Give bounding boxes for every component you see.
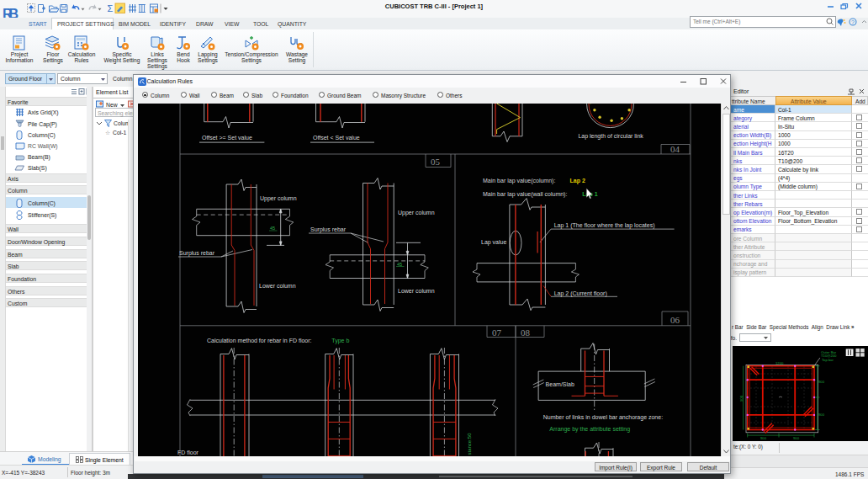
svg-text:T10@200: T10@200: [821, 354, 837, 358]
svg-text:45: 45: [270, 226, 275, 231]
svg-text:05: 05: [431, 157, 441, 167]
svg-text:stance:50: stance:50: [467, 433, 472, 455]
svg-text:900: 900: [818, 412, 825, 417]
svg-text:Lower column: Lower column: [398, 288, 435, 294]
svg-text:Lap 2: Lap 2: [570, 178, 585, 184]
svg-text:08: 08: [521, 327, 531, 338]
svg-text:Lap 2 (Current floor): Lap 2 (Current floor): [554, 290, 607, 297]
svg-text:Main bar lap value(wall column: Main bar lap value(wall column):: [483, 191, 567, 198]
svg-text:Upper column: Upper column: [398, 210, 435, 216]
svg-text:FD floor: FD floor: [177, 450, 199, 455]
svg-text:Lap value: Lap value: [481, 239, 506, 246]
svg-text:Lap 1 (The floor where the lap: Lap 1 (The floor where the lap locates): [554, 222, 655, 229]
svg-text:Top bar: Top bar: [822, 358, 834, 362]
svg-text:1200: 1200: [775, 361, 784, 365]
svg-text:900: 900: [760, 436, 767, 440]
svg-text:900: 900: [793, 436, 800, 440]
svg-text:900: 900: [739, 395, 744, 402]
svg-text:04: 04: [670, 144, 680, 154]
svg-text:Calculation method for rebar i: Calculation method for rebar in FD floor…: [207, 338, 312, 343]
svg-text:900: 900: [818, 380, 825, 384]
svg-text:45: 45: [397, 262, 402, 267]
svg-text:Lower column: Lower column: [259, 283, 296, 289]
svg-text:Arrange by the attribute setti: Arrange by the attribute setting: [549, 426, 630, 433]
svg-text:?: ?: [851, 19, 855, 25]
svg-text:Type b: Type b: [331, 338, 349, 344]
svg-text:Surplus rebar: Surplus rebar: [179, 250, 215, 257]
svg-text:Surplus rebar: Surplus rebar: [310, 226, 347, 233]
svg-text:07: 07: [492, 327, 502, 338]
svg-text:Lap length of circular link: Lap length of circular link: [578, 133, 643, 140]
svg-text:06: 06: [670, 315, 680, 325]
svg-text:Beam/Slab: Beam/Slab: [546, 381, 574, 387]
svg-text:Main bar lap value(column):: Main bar lap value(column):: [483, 178, 555, 184]
svg-text:Offset >= Set value: Offset >= Set value: [202, 135, 252, 141]
svg-text:Number of links in dowel bar a: Number of links in dowel bar anchorage z…: [543, 414, 663, 421]
svg-text:Upper column: Upper column: [260, 195, 297, 202]
svg-text:Offset < Set value: Offset < Set value: [313, 135, 360, 141]
